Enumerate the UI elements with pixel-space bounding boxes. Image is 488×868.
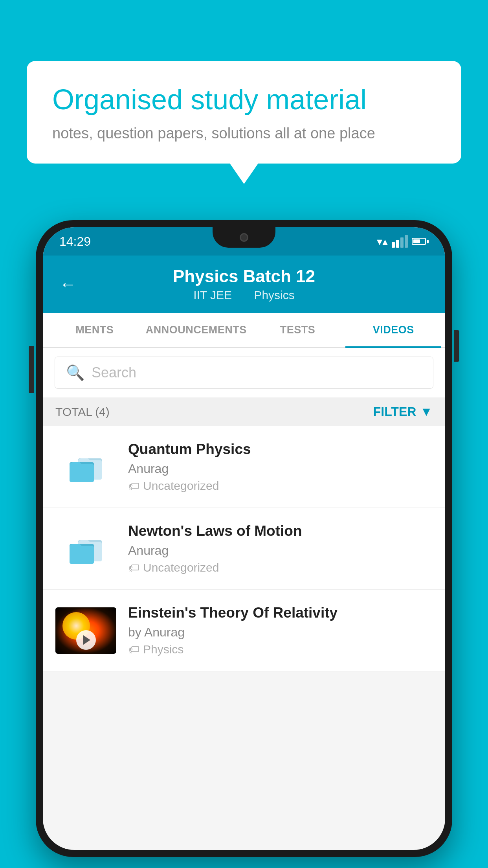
- phone-outer: 14:29 ▾▴: [36, 220, 452, 857]
- header-subtitle-part2: Physics: [254, 289, 294, 302]
- video-thumb-newton: [55, 526, 116, 572]
- header-subtitle: IIT JEE Physics: [189, 289, 299, 302]
- back-button[interactable]: ←: [59, 274, 77, 294]
- tab-ments[interactable]: MENTS: [47, 313, 143, 347]
- video-author-einstein: by Anurag: [128, 625, 433, 640]
- folder-icon-quantum: [66, 451, 106, 483]
- filter-button[interactable]: FILTER ▼: [373, 405, 433, 419]
- video-tag-einstein: 🏷 Physics: [128, 643, 433, 656]
- play-button-einstein[interactable]: [76, 630, 96, 650]
- filter-row: TOTAL (4) FILTER ▼: [43, 397, 445, 426]
- phone-mockup: 14:29 ▾▴: [36, 220, 452, 857]
- search-container: 🔍 Search: [43, 348, 445, 397]
- video-thumb-quantum: [55, 444, 116, 490]
- app-header: ← Physics Batch 12 IIT JEE Physics: [43, 256, 445, 313]
- tag-label-newton: Uncategorized: [143, 561, 219, 574]
- search-placeholder: Search: [92, 364, 136, 381]
- video-item-einstein[interactable]: Einstein's Theory Of Relativity by Anura…: [43, 590, 445, 671]
- play-triangle-icon: [83, 635, 90, 645]
- video-tag-newton: 🏷 Uncategorized: [128, 561, 433, 574]
- video-title-quantum: Quantum Physics: [128, 441, 433, 458]
- camera-dot: [240, 233, 248, 242]
- speech-bubble: Organised study material notes, question…: [27, 61, 461, 164]
- status-time: 14:29: [59, 234, 91, 249]
- video-item-newton[interactable]: Newton's Laws of Motion Anurag 🏷 Uncateg…: [43, 508, 445, 590]
- video-info-quantum: Quantum Physics Anurag 🏷 Uncategorized: [128, 441, 433, 493]
- tag-icon-quantum: 🏷: [128, 480, 139, 493]
- filter-icon: ▼: [420, 405, 433, 419]
- tab-videos[interactable]: VIDEOS: [345, 313, 441, 347]
- status-bar: 14:29 ▾▴: [43, 227, 445, 256]
- tab-announcements[interactable]: ANNOUNCEMENTS: [143, 313, 250, 347]
- video-item-quantum[interactable]: Quantum Physics Anurag 🏷 Uncategorized: [43, 426, 445, 508]
- header-title: Physics Batch 12: [173, 267, 315, 286]
- video-author-quantum: Anurag: [128, 462, 433, 476]
- speech-bubble-container: Organised study material notes, question…: [27, 61, 461, 164]
- folder-icon-newton: [66, 533, 106, 565]
- tab-tests[interactable]: TESTS: [250, 313, 346, 347]
- battery-icon: [412, 238, 429, 245]
- video-tag-quantum: 🏷 Uncategorized: [128, 479, 433, 493]
- search-bar[interactable]: 🔍 Search: [55, 357, 433, 389]
- phone-screen: 14:29 ▾▴: [43, 227, 445, 850]
- tag-icon-einstein: 🏷: [128, 643, 139, 656]
- signal-icon: [392, 235, 408, 248]
- filter-label: FILTER: [373, 405, 416, 419]
- wifi-icon: ▾▴: [377, 235, 388, 248]
- video-info-newton: Newton's Laws of Motion Anurag 🏷 Uncateg…: [128, 523, 433, 574]
- header-subtitle-part1: IIT JEE: [193, 289, 232, 302]
- tab-bar: MENTS ANNOUNCEMENTS TESTS VIDEOS: [43, 313, 445, 348]
- video-author-newton: Anurag: [128, 543, 433, 558]
- video-title-einstein: Einstein's Theory Of Relativity: [128, 605, 433, 621]
- status-icons: ▾▴: [377, 235, 429, 248]
- search-icon: 🔍: [66, 364, 84, 381]
- video-title-newton: Newton's Laws of Motion: [128, 523, 433, 539]
- tag-label-quantum: Uncategorized: [143, 479, 219, 493]
- video-thumb-einstein: [55, 607, 116, 654]
- video-list: Quantum Physics Anurag 🏷 Uncategorized: [43, 426, 445, 671]
- notch: [213, 227, 275, 248]
- tag-icon-newton: 🏷: [128, 561, 139, 574]
- speech-bubble-subtext: notes, question papers, solutions all at…: [52, 125, 436, 142]
- video-info-einstein: Einstein's Theory Of Relativity by Anura…: [128, 605, 433, 656]
- tag-label-einstein: Physics: [143, 643, 183, 656]
- speech-bubble-heading: Organised study material: [52, 83, 436, 116]
- total-count-label: TOTAL (4): [55, 405, 110, 419]
